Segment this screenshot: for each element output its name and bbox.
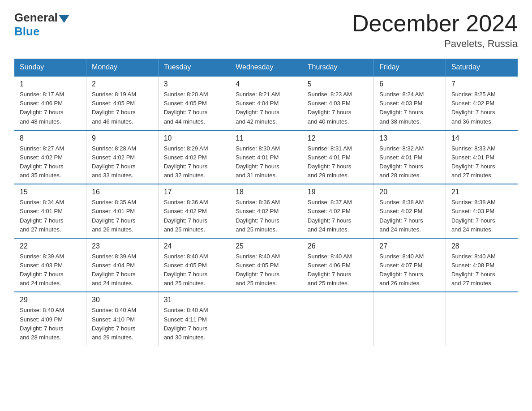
calendar-cell: 27 Sunrise: 8:40 AMSunset: 4:07 PMDaylig…: [374, 238, 446, 292]
header-row: Sunday Monday Tuesday Wednesday Thursday…: [14, 59, 518, 76]
location: Pavelets, Russia: [352, 38, 518, 50]
day-number: 18: [236, 188, 296, 196]
header-monday: Monday: [86, 59, 159, 76]
calendar-table: Sunday Monday Tuesday Wednesday Thursday…: [14, 59, 518, 346]
day-number: 7: [451, 80, 512, 88]
day-number: 31: [164, 296, 225, 304]
day-number: 11: [236, 134, 296, 142]
calendar-cell: [230, 292, 302, 346]
calendar-cell: 25 Sunrise: 8:40 AMSunset: 4:05 PMDaylig…: [230, 238, 302, 292]
day-number: 25: [236, 242, 296, 250]
day-info: Sunrise: 8:19 AMSunset: 4:05 PMDaylight:…: [92, 91, 136, 124]
day-number: 30: [92, 296, 153, 304]
day-number: 15: [20, 188, 81, 196]
day-info: Sunrise: 8:27 AMSunset: 4:02 PMDaylight:…: [20, 145, 64, 179]
logo-blue: Blue: [14, 25, 39, 39]
day-number: 2: [92, 80, 153, 88]
header-friday: Friday: [374, 59, 446, 76]
calendar-week-2: 8 Sunrise: 8:27 AMSunset: 4:02 PMDayligh…: [14, 130, 518, 184]
day-info: Sunrise: 8:21 AMSunset: 4:04 PMDaylight:…: [236, 91, 280, 124]
calendar-cell: 19 Sunrise: 8:37 AMSunset: 4:02 PMDaylig…: [302, 184, 374, 238]
day-info: Sunrise: 8:25 AMSunset: 4:02 PMDaylight:…: [451, 91, 496, 124]
calendar-cell: 23 Sunrise: 8:39 AMSunset: 4:04 PMDaylig…: [86, 238, 159, 292]
day-info: Sunrise: 8:40 AMSunset: 4:05 PMDaylight:…: [236, 253, 280, 287]
day-info: Sunrise: 8:38 AMSunset: 4:02 PMDaylight:…: [379, 199, 424, 232]
day-number: 14: [451, 134, 512, 142]
day-info: Sunrise: 8:40 AMSunset: 4:07 PMDaylight:…: [379, 253, 424, 287]
calendar-cell: 7 Sunrise: 8:25 AMSunset: 4:02 PMDayligh…: [446, 76, 518, 130]
calendar-cell: 17 Sunrise: 8:36 AMSunset: 4:02 PMDaylig…: [158, 184, 230, 238]
day-number: 8: [20, 134, 81, 142]
calendar-cell: 24 Sunrise: 8:40 AMSunset: 4:05 PMDaylig…: [158, 238, 230, 292]
day-number: 22: [20, 242, 81, 250]
day-number: 20: [379, 188, 440, 196]
calendar-cell: 30 Sunrise: 8:40 AMSunset: 4:10 PMDaylig…: [86, 292, 159, 346]
calendar-cell: 28 Sunrise: 8:40 AMSunset: 4:08 PMDaylig…: [446, 238, 518, 292]
calendar-cell: [374, 292, 446, 346]
header-wednesday: Wednesday: [230, 59, 302, 76]
day-info: Sunrise: 8:40 AMSunset: 4:05 PMDaylight:…: [164, 253, 208, 287]
day-number: 6: [379, 80, 440, 88]
day-info: Sunrise: 8:29 AMSunset: 4:02 PMDaylight:…: [164, 145, 208, 179]
day-number: 3: [164, 80, 225, 88]
calendar-cell: 6 Sunrise: 8:24 AMSunset: 4:03 PMDayligh…: [374, 76, 446, 130]
day-info: Sunrise: 8:37 AMSunset: 4:02 PMDaylight:…: [308, 199, 352, 232]
day-number: 29: [20, 296, 81, 304]
logo-arrow-icon: [59, 15, 69, 23]
logo: General Blue: [14, 11, 70, 39]
day-number: 9: [92, 134, 153, 142]
day-number: 17: [164, 188, 225, 196]
calendar-cell: 18 Sunrise: 8:36 AMSunset: 4:02 PMDaylig…: [230, 184, 302, 238]
day-info: Sunrise: 8:35 AMSunset: 4:01 PMDaylight:…: [92, 199, 136, 232]
calendar-cell: 14 Sunrise: 8:33 AMSunset: 4:01 PMDaylig…: [446, 130, 518, 184]
day-number: 12: [308, 134, 369, 142]
calendar-body: 1 Sunrise: 8:17 AMSunset: 4:06 PMDayligh…: [14, 76, 518, 346]
day-info: Sunrise: 8:24 AMSunset: 4:03 PMDaylight:…: [379, 91, 424, 124]
calendar-cell: 5 Sunrise: 8:23 AMSunset: 4:03 PMDayligh…: [302, 76, 374, 130]
day-number: 24: [164, 242, 225, 250]
calendar-cell: 8 Sunrise: 8:27 AMSunset: 4:02 PMDayligh…: [14, 130, 86, 184]
calendar-cell: 9 Sunrise: 8:28 AMSunset: 4:02 PMDayligh…: [86, 130, 159, 184]
calendar-cell: [302, 292, 374, 346]
calendar-week-4: 22 Sunrise: 8:39 AMSunset: 4:03 PMDaylig…: [14, 238, 518, 292]
day-info: Sunrise: 8:38 AMSunset: 4:03 PMDaylight:…: [451, 199, 496, 232]
day-info: Sunrise: 8:32 AMSunset: 4:01 PMDaylight:…: [379, 145, 424, 179]
day-number: 10: [164, 134, 225, 142]
header-sunday: Sunday: [14, 59, 86, 76]
header-tuesday: Tuesday: [158, 59, 230, 76]
day-info: Sunrise: 8:40 AMSunset: 4:08 PMDaylight:…: [451, 253, 496, 287]
calendar-cell: 3 Sunrise: 8:20 AMSunset: 4:05 PMDayligh…: [158, 76, 230, 130]
calendar-cell: 20 Sunrise: 8:38 AMSunset: 4:02 PMDaylig…: [374, 184, 446, 238]
day-info: Sunrise: 8:39 AMSunset: 4:03 PMDaylight:…: [20, 253, 64, 287]
day-number: 19: [308, 188, 369, 196]
calendar-header: Sunday Monday Tuesday Wednesday Thursday…: [14, 59, 518, 76]
calendar-cell: 13 Sunrise: 8:32 AMSunset: 4:01 PMDaylig…: [374, 130, 446, 184]
day-info: Sunrise: 8:17 AMSunset: 4:06 PMDaylight:…: [20, 91, 64, 124]
day-info: Sunrise: 8:34 AMSunset: 4:01 PMDaylight:…: [20, 199, 64, 232]
page-header: General Blue December 2024 Pavelets, Rus…: [14, 11, 518, 50]
day-info: Sunrise: 8:40 AMSunset: 4:06 PMDaylight:…: [308, 253, 352, 287]
day-info: Sunrise: 8:33 AMSunset: 4:01 PMDaylight:…: [451, 145, 496, 179]
calendar-week-5: 29 Sunrise: 8:40 AMSunset: 4:09 PMDaylig…: [14, 292, 518, 346]
day-number: 13: [379, 134, 440, 142]
calendar-cell: 31 Sunrise: 8:40 AMSunset: 4:11 PMDaylig…: [158, 292, 230, 346]
title-section: December 2024 Pavelets, Russia: [352, 11, 518, 50]
calendar-cell: 4 Sunrise: 8:21 AMSunset: 4:04 PMDayligh…: [230, 76, 302, 130]
calendar-cell: 22 Sunrise: 8:39 AMSunset: 4:03 PMDaylig…: [14, 238, 86, 292]
day-info: Sunrise: 8:28 AMSunset: 4:02 PMDaylight:…: [92, 145, 136, 179]
day-number: 4: [236, 80, 296, 88]
header-thursday: Thursday: [302, 59, 374, 76]
calendar-cell: 26 Sunrise: 8:40 AMSunset: 4:06 PMDaylig…: [302, 238, 374, 292]
calendar-week-1: 1 Sunrise: 8:17 AMSunset: 4:06 PMDayligh…: [14, 76, 518, 130]
day-info: Sunrise: 8:39 AMSunset: 4:04 PMDaylight:…: [92, 253, 136, 287]
calendar-week-3: 15 Sunrise: 8:34 AMSunset: 4:01 PMDaylig…: [14, 184, 518, 238]
calendar-cell: 16 Sunrise: 8:35 AMSunset: 4:01 PMDaylig…: [86, 184, 159, 238]
day-info: Sunrise: 8:40 AMSunset: 4:10 PMDaylight:…: [92, 307, 136, 340]
day-info: Sunrise: 8:23 AMSunset: 4:03 PMDaylight:…: [308, 91, 352, 124]
month-title: December 2024: [352, 11, 518, 36]
day-info: Sunrise: 8:20 AMSunset: 4:05 PMDaylight:…: [164, 91, 208, 124]
day-number: 23: [92, 242, 153, 250]
day-number: 16: [92, 188, 153, 196]
day-info: Sunrise: 8:31 AMSunset: 4:01 PMDaylight:…: [308, 145, 352, 179]
day-info: Sunrise: 8:40 AMSunset: 4:09 PMDaylight:…: [20, 307, 64, 340]
